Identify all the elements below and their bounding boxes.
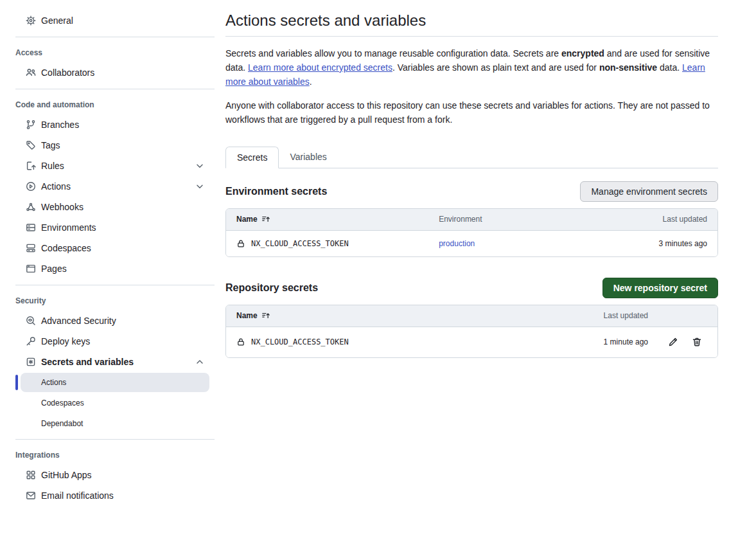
sidebar-item-collaborators[interactable]: Collaborators <box>0 62 215 83</box>
sidebar-item-deploy-keys[interactable]: Deploy keys <box>0 331 215 352</box>
sidebar-divider <box>15 37 215 37</box>
main-content: Actions secrets and variables Secrets an… <box>215 0 756 538</box>
secret-name: NX_CLOUD_ACCESS_TOKEN <box>251 337 349 346</box>
play-icon <box>26 181 36 192</box>
sidebar-item-label: Webhooks <box>41 202 84 212</box>
chevron-down-icon[interactable] <box>195 161 205 171</box>
sidebar-subitem-label: Actions <box>41 378 66 387</box>
row-actions <box>648 337 707 347</box>
table-row: NX_CLOUD_ACCESS_TOKEN production 3 minut… <box>226 231 717 256</box>
sidebar-item-label: Advanced Security <box>41 316 116 326</box>
sort-ascending-icon <box>261 311 270 320</box>
sidebar-item-rules[interactable]: Rules <box>0 156 215 176</box>
sidebar-subitem-label: Dependabot <box>41 419 83 428</box>
lock-icon <box>236 239 245 248</box>
apps-grid-icon <box>26 470 36 480</box>
trash-icon <box>692 337 702 347</box>
last-updated-cell: 3 minutes ago <box>573 239 707 248</box>
sidebar-divider <box>15 439 215 440</box>
sidebar-subitem-actions[interactable]: Actions <box>21 373 209 392</box>
sidebar-item-label: Collaborators <box>41 67 94 78</box>
sidebar-item-label: Pages <box>41 264 67 274</box>
sidebar-section-access: Access <box>0 43 215 62</box>
secret-name-cell: NX_CLOUD_ACCESS_TOKEN <box>236 239 439 248</box>
tag-icon <box>26 140 36 150</box>
column-header-last-updated[interactable]: Last updated <box>571 311 648 320</box>
edit-secret-button[interactable] <box>668 337 678 347</box>
link-encrypted-secrets[interactable]: Learn more about encrypted secrets <box>248 62 392 73</box>
sidebar-item-label: Email notifications <box>41 490 114 501</box>
column-header-label: Name <box>236 311 258 320</box>
column-header-name[interactable]: Name <box>236 311 571 320</box>
secrets-variables-tabs: Secrets Variables <box>225 147 718 168</box>
environment-link[interactable]: production <box>439 239 475 248</box>
new-repository-secret-button[interactable]: New repository secret <box>602 278 718 298</box>
intro-text: . Variables are shown as plain text and … <box>392 62 599 73</box>
environment-secrets-title: Environment secrets <box>225 186 327 197</box>
sidebar-item-label: Secrets and variables <box>41 357 134 367</box>
last-updated-cell: 1 minute ago <box>571 337 648 346</box>
column-header-label: Name <box>236 215 258 224</box>
table-header-row: Name Last updated <box>226 305 717 327</box>
sidebar-section-security: Security <box>0 291 215 310</box>
sidebar-item-label: Branches <box>41 120 79 130</box>
sidebar-item-label: Actions <box>41 181 71 192</box>
sidebar-item-label: Environments <box>41 222 96 233</box>
sidebar-subitem-label: Codespaces <box>41 399 84 408</box>
sidebar-subitem-dependabot[interactable]: Dependabot <box>21 414 209 433</box>
sidebar-item-branches[interactable]: Branches <box>0 114 215 135</box>
pencil-icon <box>668 337 678 347</box>
people-icon <box>26 67 36 78</box>
collaborator-paragraph: Anyone with collaborator access to this … <box>225 99 718 127</box>
chevron-up-icon[interactable] <box>195 357 205 367</box>
sidebar-item-pages[interactable]: Pages <box>0 258 215 279</box>
tab-secrets[interactable]: Secrets <box>225 147 279 168</box>
secret-name: NX_CLOUD_ACCESS_TOKEN <box>251 239 349 248</box>
sidebar-item-codespaces[interactable]: Codespaces <box>0 238 215 258</box>
sidebar-item-github-apps[interactable]: GitHub Apps <box>0 465 215 485</box>
sidebar-item-webhooks[interactable]: Webhooks <box>0 197 215 217</box>
sidebar-item-label: Deploy keys <box>41 336 90 346</box>
sidebar-item-general[interactable]: General <box>0 10 215 31</box>
sidebar-section-code-automation: Code and automation <box>0 95 215 114</box>
repository-secrets-header: Repository secrets New repository secret <box>225 278 718 298</box>
codescan-icon <box>26 316 36 326</box>
sidebar-divider <box>15 89 215 89</box>
intro-bold-non-sensitive: non-sensitive <box>599 62 657 73</box>
column-header-name[interactable]: Name <box>236 215 439 224</box>
environment-secrets-header: Environment secrets Manage environment s… <box>225 181 718 202</box>
manage-environment-secrets-button[interactable]: Manage environment secrets <box>580 181 718 202</box>
sidebar-section-integrations: Integrations <box>0 445 215 465</box>
sidebar-item-email-notifications[interactable]: Email notifications <box>0 485 215 506</box>
sidebar-item-tags[interactable]: Tags <box>0 135 215 156</box>
table-header-row: Name Environment Last updated <box>226 209 717 231</box>
column-header-environment[interactable]: Environment <box>439 215 662 224</box>
browser-icon <box>26 264 36 274</box>
settings-sidebar: General Access Collaborators Code and au… <box>0 0 215 538</box>
environment-cell: production <box>439 239 573 248</box>
delete-secret-button[interactable] <box>692 337 702 347</box>
repository-secrets-title: Repository secrets <box>225 282 318 294</box>
sidebar-item-environments[interactable]: Environments <box>0 217 215 238</box>
rules-icon <box>26 161 36 171</box>
sidebar-item-advanced-security[interactable]: Advanced Security <box>0 310 215 331</box>
sidebar-subitem-codespaces[interactable]: Codespaces <box>21 393 209 413</box>
page-header: Actions secrets and variables <box>225 10 718 37</box>
key-icon <box>26 336 36 346</box>
sidebar-item-label: Rules <box>41 161 64 171</box>
column-header-last-updated[interactable]: Last updated <box>663 215 707 224</box>
sidebar-item-actions[interactable]: Actions <box>0 176 215 197</box>
page-title: Actions secrets and variables <box>225 10 718 30</box>
intro-bold-encrypted: encrypted <box>561 48 604 58</box>
sidebar-item-label: GitHub Apps <box>41 470 92 480</box>
sidebar-item-label: General <box>41 15 73 26</box>
table-row: NX_CLOUD_ACCESS_TOKEN 1 minute ago <box>226 327 717 357</box>
sidebar-item-label: Codespaces <box>41 243 91 253</box>
secret-name-cell: NX_CLOUD_ACCESS_TOKEN <box>236 337 571 346</box>
repository-secrets-table: Name Last updated NX_CLOUD_ACCESS_TOKEN … <box>225 305 718 358</box>
tab-variables[interactable]: Variables <box>279 147 337 168</box>
chevron-down-icon[interactable] <box>195 181 205 192</box>
sidebar-item-secrets-and-variables[interactable]: Secrets and variables <box>0 352 215 372</box>
sort-ascending-icon <box>261 215 270 224</box>
sidebar-item-label: Tags <box>41 140 60 150</box>
